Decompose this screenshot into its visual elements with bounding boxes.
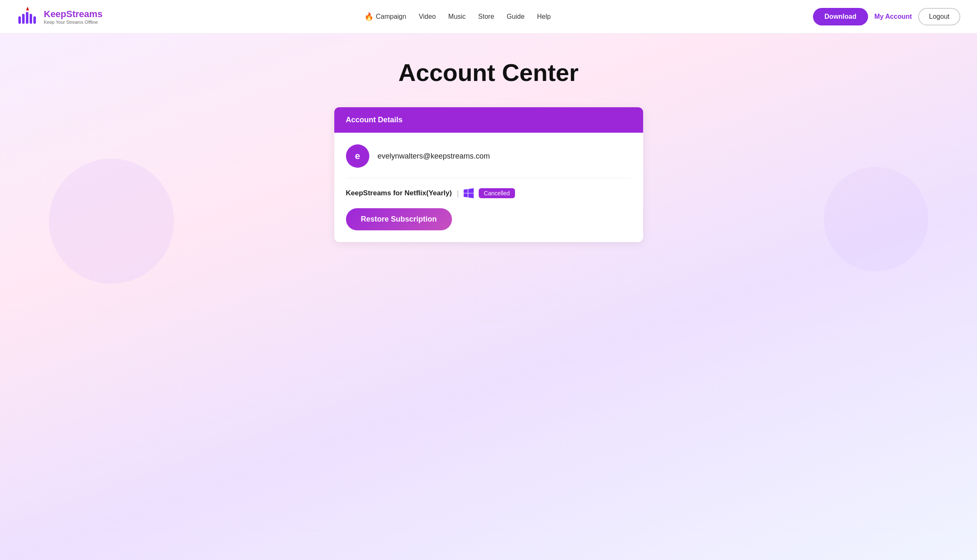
user-email: evelynwalters@keepstreams.com (378, 152, 490, 161)
card-body: e evelynwalters@keepstreams.com KeepStre… (334, 133, 643, 242)
nav-actions: Download My Account Logout (813, 8, 960, 25)
main-content: Account Center Account Details e evelynw… (0, 33, 977, 560)
brand-name: KeepStreams (44, 9, 103, 20)
account-card: Account Details e evelynwalters@keepstre… (334, 107, 643, 242)
svg-rect-1 (22, 14, 25, 24)
nav-link-guide[interactable]: Guide (507, 13, 525, 20)
my-account-button[interactable]: My Account (874, 13, 912, 20)
nav-item-store[interactable]: Store (478, 13, 494, 20)
navbar: KeepStreams Keep Your Streams Offline 🔥 … (0, 0, 977, 33)
nav-link-music[interactable]: Music (448, 13, 466, 20)
nav-link-campaign[interactable]: 🔥 Campaign (364, 12, 406, 21)
nav-link-store[interactable]: Store (478, 13, 494, 20)
bg-decoration-1 (49, 159, 174, 284)
card-header: Account Details (334, 107, 643, 133)
card-header-title: Account Details (346, 116, 403, 124)
windows-icon (464, 188, 474, 198)
nav-item-video[interactable]: Video (419, 13, 436, 20)
svg-point-7 (27, 5, 29, 8)
nav-item-campaign[interactable]: 🔥 Campaign (364, 12, 406, 21)
download-button[interactable]: Download (813, 8, 868, 25)
bg-decoration-2 (824, 167, 928, 271)
nav-links: 🔥 Campaign Video Music Store Guide Help (364, 12, 550, 21)
fire-icon: 🔥 (364, 12, 374, 21)
restore-subscription-button[interactable]: Restore Subscription (346, 208, 452, 230)
logout-button[interactable]: Logout (918, 8, 960, 25)
nav-item-help[interactable]: Help (537, 13, 551, 20)
status-badge: Cancelled (479, 188, 515, 198)
nav-link-video[interactable]: Video (419, 13, 436, 20)
svg-rect-6 (24, 10, 31, 12)
nav-link-help[interactable]: Help (537, 13, 551, 20)
user-row: e evelynwalters@keepstreams.com (346, 144, 631, 178)
logo-link[interactable]: KeepStreams Keep Your Streams Offline (17, 5, 103, 28)
nav-item-music[interactable]: Music (448, 13, 466, 20)
subscription-name: KeepStreams for Netflix(Yearly) (346, 189, 452, 197)
avatar: e (346, 144, 369, 168)
svg-rect-2 (26, 11, 28, 24)
brand-tagline: Keep Your Streams Offline (44, 20, 103, 25)
page-title: Account Center (0, 58, 977, 86)
svg-rect-4 (33, 16, 36, 24)
subscription-row: KeepStreams for Netflix(Yearly) | Cancel… (346, 188, 631, 198)
logo-icon (17, 5, 40, 28)
subscription-divider: | (457, 189, 459, 198)
logo-text: KeepStreams Keep Your Streams Offline (44, 9, 103, 25)
svg-rect-0 (18, 16, 21, 24)
nav-item-guide[interactable]: Guide (507, 13, 525, 20)
svg-rect-3 (30, 14, 32, 24)
